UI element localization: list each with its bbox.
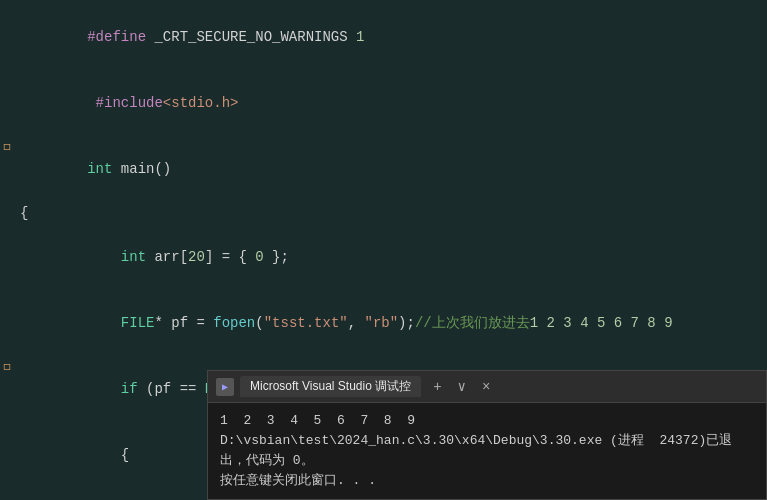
token: { <box>87 447 129 463</box>
token: main() <box>112 161 171 177</box>
token: #define <box>87 29 146 45</box>
terminal-titlebar: ▶ Microsoft Visual Studio 调试控 + ∨ × <box>208 371 766 403</box>
terminal-close-button[interactable]: × <box>478 379 494 395</box>
token: int <box>87 161 112 177</box>
token: int <box>121 249 146 265</box>
gutter-3: ◻ <box>0 136 14 158</box>
token: (pf == <box>138 381 205 397</box>
line-content-4: { <box>14 202 767 224</box>
terminal-body: 1 2 3 4 5 6 7 8 9 D:\vsbian\test\2024_ha… <box>208 403 766 499</box>
token: ); <box>398 315 415 331</box>
token: fopen <box>213 315 255 331</box>
line-content-3: int main() <box>14 136 767 202</box>
token <box>87 315 121 331</box>
token: * pf = <box>154 315 213 331</box>
terminal-add-button[interactable]: + <box>429 379 445 395</box>
terminal-icon: ▶ <box>216 378 234 396</box>
code-line-6: FILE* pf = fopen("tsst.txt", "rb");//上次我… <box>0 290 767 356</box>
token: FILE <box>121 315 155 331</box>
code-line-4: { <box>0 202 767 224</box>
token: ] = { <box>205 249 255 265</box>
token: #include <box>87 95 163 111</box>
token: "rb" <box>365 315 399 331</box>
token: _CRT_SECURE_NO_WARNINGS <box>146 29 356 45</box>
terminal-output-line-2: D:\vsbian\test\2024_han.c\3.30\x64\Debug… <box>220 431 754 471</box>
token <box>87 381 121 397</box>
token: //上次我们放进去 <box>415 315 530 331</box>
code-line-2: #include<stdio.h> <box>0 70 767 136</box>
code-line-5: int arr[20] = { 0 }; <box>0 224 767 290</box>
terminal-overlay: ▶ Microsoft Visual Studio 调试控 + ∨ × 1 2 … <box>207 370 767 500</box>
token: 0 <box>255 249 263 265</box>
terminal-tab[interactable]: Microsoft Visual Studio 调试控 <box>240 376 421 397</box>
token: 20 <box>188 249 205 265</box>
token: "tsst.txt" <box>264 315 348 331</box>
token: 1 <box>356 29 364 45</box>
token <box>87 249 121 265</box>
terminal-output-line-3: 按任意键关闭此窗口. . . <box>220 471 754 491</box>
code-line-1: #define _CRT_SECURE_NO_WARNINGS 1 <box>0 4 767 70</box>
token: arr[ <box>146 249 188 265</box>
token: if <box>121 381 138 397</box>
token: }; <box>264 249 289 265</box>
line-content-5: int arr[20] = { 0 }; <box>14 224 767 290</box>
gutter-7: ◻ <box>0 356 14 378</box>
code-line-3: ◻ int main() <box>0 136 767 202</box>
token: ( <box>255 315 263 331</box>
terminal-output-line-1: 1 2 3 4 5 6 7 8 9 <box>220 411 754 431</box>
line-content-1: #define _CRT_SECURE_NO_WARNINGS 1 <box>14 4 767 70</box>
code-editor: #define _CRT_SECURE_NO_WARNINGS 1 #inclu… <box>0 0 767 500</box>
token: { <box>20 205 28 221</box>
terminal-title: Microsoft Visual Studio 调试控 <box>250 379 411 393</box>
line-content-6: FILE* pf = fopen("tsst.txt", "rb");//上次我… <box>14 290 767 356</box>
token: 1 2 3 4 5 6 7 8 9 <box>530 315 673 331</box>
token: <stdio.h> <box>163 95 239 111</box>
line-content-2: #include<stdio.h> <box>14 70 767 136</box>
terminal-dropdown-button[interactable]: ∨ <box>454 378 470 395</box>
token: , <box>348 315 365 331</box>
vs-logo: ▶ <box>222 381 228 393</box>
